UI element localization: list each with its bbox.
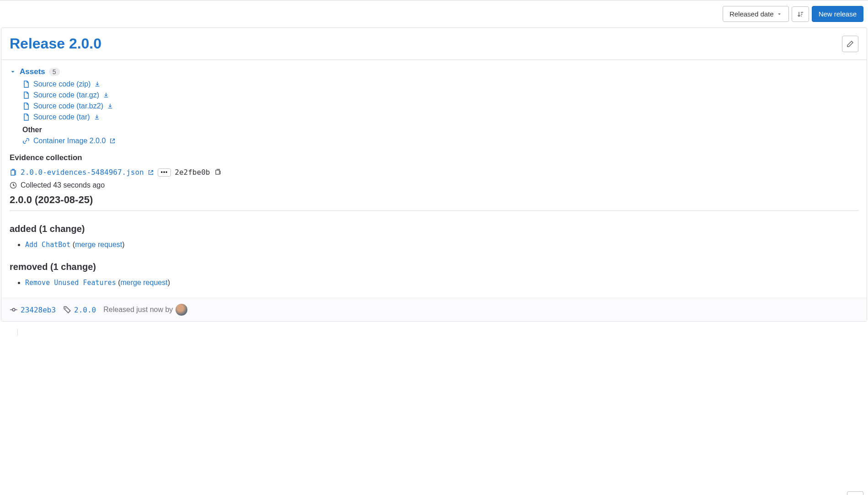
changelog-item: Add ChatBot (merge request) [25,241,858,249]
svg-point-1 [12,308,15,311]
evidence-sha: 2e2fbe0b [175,168,210,177]
copy-icon [214,168,222,175]
edit-release-button[interactable] [842,36,858,52]
collected-text: Collected 43 seconds ago [21,181,105,189]
link-icon [22,137,30,145]
assets-toggle[interactable]: Assets 5 [10,67,858,76]
clipboard-icon [10,169,17,176]
sort-label: Released date [730,10,774,18]
new-release-label: New release [819,10,857,18]
change-code[interactable]: Add ChatBot [25,241,70,249]
asset-link[interactable]: Container Image 2.0.0 [33,137,106,145]
notes-added-heading: added (1 change) [10,224,858,234]
expand-sha-button[interactable]: ••• [158,168,171,177]
merge-request-link[interactable]: merge request [120,279,167,286]
copy-sha-button[interactable] [213,167,223,178]
asset-item: Source code (tar.bz2) [22,102,858,110]
commit-sha-link[interactable]: 23428eb3 [21,306,56,314]
assets-label: Assets [20,67,45,76]
external-link-icon [148,169,154,176]
doc-icon [22,113,30,121]
sort-direction-button[interactable] [792,6,809,22]
source-assets-list: Source code (zip) Source code (tar.gz) S… [10,80,858,121]
doc-icon [22,102,30,110]
assets-count-badge: 5 [49,68,60,76]
evidence-heading: Evidence collection [10,153,858,162]
change-code[interactable]: Remove Unused Features [25,279,116,287]
asset-item: Source code (tar) [22,113,858,121]
asset-link[interactable]: Source code (tar.bz2) [33,102,103,110]
asset-link[interactable]: Source code (tar.gz) [33,91,99,99]
author-avatar[interactable] [176,304,187,316]
download-icon [94,114,100,120]
doc-icon [22,91,30,99]
new-release-button[interactable]: New release [812,6,863,22]
download-icon [107,103,113,109]
asset-link[interactable]: Source code (tar) [33,113,90,121]
merge-request-link[interactable]: merge request [75,241,122,248]
tag-link[interactable]: 2.0.0 [74,306,96,314]
partial-next-card [17,329,868,335]
external-link-icon [109,138,116,144]
chevron-down-icon [10,69,16,75]
doc-icon [22,81,30,88]
download-icon [103,92,109,98]
changelog-item: Remove Unused Features (merge request) [25,279,858,287]
asset-link[interactable]: Source code (zip) [33,80,91,88]
evidence-file-link[interactable]: 2.0.0-evidences-5484967.json [21,168,144,177]
other-heading: Other [10,126,858,134]
release-notes: 2.0.0 (2023-08-25) added (1 change) Add … [10,194,858,287]
asset-item: Source code (zip) [22,80,858,88]
release-footer: 23428eb3 2.0.0 Released just now by [1,298,867,321]
asset-item: Container Image 2.0.0 [22,137,858,145]
sort-dropdown[interactable]: Released date [723,6,789,22]
release-card: Release 2.0.0 Assets 5 Source code (zip)… [1,27,867,322]
notes-version-heading: 2.0.0 (2023-08-25) [10,194,858,211]
released-by-text: Released just now by [103,306,173,314]
svg-point-2 [65,308,66,309]
download-icon [94,81,101,87]
notes-removed-heading: removed (1 change) [10,262,858,272]
commit-icon [10,306,18,314]
sort-desc-icon [797,11,804,18]
clock-icon [10,182,17,189]
chevron-down-icon [777,11,782,17]
asset-item: Source code (tar.gz) [22,91,858,99]
tag-icon [63,306,71,314]
release-title-link[interactable]: Release 2.0.0 [10,35,101,52]
pencil-icon [847,40,854,48]
